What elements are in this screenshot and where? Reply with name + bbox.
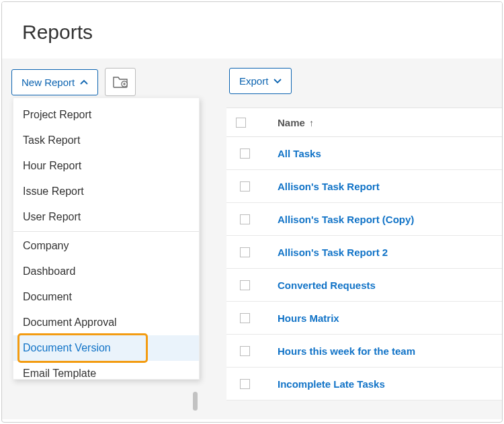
left-panel: New Report Project Rep bbox=[2, 58, 217, 419]
page-title: Reports bbox=[22, 21, 482, 44]
dropdown-item[interactable]: Document Version bbox=[13, 335, 199, 361]
table-row: Hours Matrix bbox=[226, 302, 502, 335]
report-link[interactable]: Allison's Task Report 2 bbox=[267, 247, 388, 258]
export-label: Export bbox=[239, 75, 268, 87]
row-checkbox-cell bbox=[236, 147, 267, 159]
row-checkbox[interactable] bbox=[240, 149, 250, 159]
sort-asc-icon: ↑ bbox=[309, 118, 314, 128]
row-checkbox[interactable] bbox=[240, 313, 250, 323]
chevron-down-icon bbox=[274, 79, 282, 84]
row-checkbox-cell bbox=[236, 378, 267, 390]
row-checkbox-cell bbox=[236, 180, 267, 192]
dropdown-item[interactable]: Document bbox=[13, 284, 199, 310]
new-report-label: New Report bbox=[22, 77, 75, 88]
dropdown-item[interactable]: Project Report bbox=[13, 102, 199, 128]
column-header-name-label: Name bbox=[278, 117, 305, 128]
dropdown-item[interactable]: Hour Report bbox=[13, 153, 199, 179]
select-all-checkbox[interactable] bbox=[236, 118, 246, 128]
new-folder-button[interactable] bbox=[105, 68, 136, 96]
table-row: Allison's Task Report (Copy) bbox=[226, 203, 502, 236]
dropdown-item[interactable]: Task Report bbox=[13, 128, 199, 153]
left-toolbar: New Report bbox=[11, 68, 208, 96]
report-link[interactable]: Converted Requests bbox=[267, 280, 376, 291]
report-link[interactable]: Incomplete Late Tasks bbox=[267, 378, 385, 390]
folder-plus-icon bbox=[112, 75, 128, 89]
row-checkbox-cell bbox=[236, 213, 267, 225]
export-button[interactable]: Export bbox=[229, 68, 292, 94]
report-link[interactable]: All Tasks bbox=[267, 148, 321, 159]
header: Reports bbox=[2, 2, 502, 58]
table-row: Allison's Task Report 2 bbox=[226, 236, 502, 269]
row-checkbox-cell bbox=[236, 246, 267, 258]
row-checkbox-cell bbox=[236, 345, 267, 357]
table-row: Allison's Task Report bbox=[226, 170, 502, 203]
row-checkbox[interactable] bbox=[240, 181, 250, 192]
app-frame: Reports New Report bbox=[1, 1, 503, 423]
dropdown-item[interactable]: Email Template bbox=[13, 361, 199, 386]
report-link[interactable]: Hours this week for the team bbox=[267, 345, 415, 357]
row-checkbox[interactable] bbox=[240, 214, 250, 224]
table-row: Incomplete Late Tasks bbox=[226, 368, 502, 400]
right-panel: Export Name ↑ All TasksAllison's T bbox=[217, 58, 502, 419]
chevron-up-icon bbox=[80, 79, 88, 85]
report-link[interactable]: Allison's Task Report bbox=[267, 181, 380, 192]
column-header-name[interactable]: Name ↑ bbox=[267, 117, 314, 128]
new-report-button[interactable]: New Report bbox=[11, 69, 98, 95]
report-link[interactable]: Hours Matrix bbox=[267, 312, 339, 324]
table-header-row: Name ↑ bbox=[226, 108, 502, 137]
report-link[interactable]: Allison's Task Report (Copy) bbox=[267, 214, 414, 225]
table-row: All Tasks bbox=[226, 137, 502, 170]
dropdown-item[interactable]: User Report bbox=[13, 204, 199, 230]
dropdown-item[interactable]: Company bbox=[13, 233, 199, 259]
right-toolbar: Export bbox=[226, 68, 502, 94]
select-all-cell bbox=[236, 116, 267, 128]
dropdown-item[interactable]: Issue Report bbox=[13, 179, 199, 204]
dropdown-item[interactable]: Dashboard bbox=[13, 259, 199, 284]
row-checkbox-cell bbox=[236, 279, 267, 291]
dropdown-separator bbox=[13, 231, 199, 232]
row-checkbox-cell bbox=[236, 312, 267, 324]
table-row: Hours this week for the team bbox=[226, 335, 502, 368]
reports-table: Name ↑ All TasksAllison's Task ReportAll… bbox=[226, 108, 502, 400]
content-area: New Report Project Rep bbox=[2, 58, 502, 419]
new-report-dropdown: Project ReportTask ReportHour ReportIssu… bbox=[13, 97, 200, 380]
scrollbar-thumb[interactable] bbox=[193, 392, 198, 411]
table-row: Converted Requests bbox=[226, 269, 502, 302]
row-checkbox[interactable] bbox=[240, 379, 250, 389]
row-checkbox[interactable] bbox=[240, 280, 250, 290]
row-checkbox[interactable] bbox=[240, 346, 250, 356]
row-checkbox[interactable] bbox=[240, 247, 250, 257]
dropdown-item[interactable]: Document Approval bbox=[13, 310, 199, 335]
